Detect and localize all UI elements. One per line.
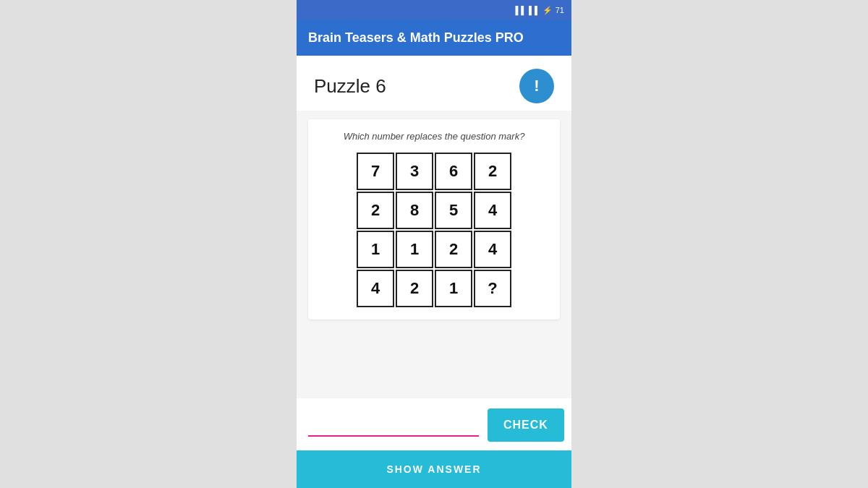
show-answer-button[interactable]: SHOW ANSWER — [297, 450, 571, 488]
grid-cell-1-1: 8 — [396, 192, 433, 229]
battery-indicator: 71 — [556, 6, 564, 14]
grid-cell-0-2: 6 — [435, 153, 472, 190]
grid-row-3: 1 1 2 4 — [356, 230, 512, 269]
grid-cell-2-2: 2 — [435, 231, 472, 268]
grid-row-2: 2 8 5 4 — [356, 191, 512, 230]
input-area: CHECK — [297, 398, 571, 450]
grid-cell-2-1: 1 — [396, 231, 433, 268]
signal-indicator: ▌▌ ▌▌ ⚡ — [515, 6, 552, 15]
grid-cell-3-1: 2 — [396, 270, 433, 307]
answer-input[interactable] — [308, 414, 479, 437]
status-bar: ▌▌ ▌▌ ⚡ 71 — [297, 0, 571, 20]
grid-cell-3-2: 1 — [435, 270, 472, 307]
grid-cell-0-1: 3 — [396, 153, 433, 190]
puzzle-question: Which number replaces the question mark? — [315, 131, 553, 142]
grid-row-4: 4 2 1 ? — [356, 269, 512, 308]
grid-cell-1-2: 5 — [435, 192, 472, 229]
content-area: Puzzle 6 ! Which number replaces the que… — [297, 56, 571, 488]
grid-cell-1-3: 4 — [474, 192, 511, 229]
grid-row-1: 7 3 6 2 — [356, 152, 512, 191]
info-button[interactable]: ! — [519, 69, 554, 103]
puzzle-grid: 7 3 6 2 2 8 5 4 1 1 2 4 4 — [315, 152, 553, 308]
grid-cell-3-0: 4 — [357, 270, 394, 307]
grid-cell-2-3: 4 — [474, 231, 511, 268]
app-header: Brain Teasers & Math Puzzles PRO — [297, 20, 571, 56]
grid-cell-0-0: 7 — [357, 153, 394, 190]
app-title: Brain Teasers & Math Puzzles PRO — [308, 30, 524, 45]
grid-cell-2-0: 1 — [357, 231, 394, 268]
phone-container: ▌▌ ▌▌ ⚡ 71 Brain Teasers & Math Puzzles … — [297, 0, 571, 488]
puzzle-title: Puzzle 6 — [314, 75, 386, 98]
grid-cell-0-3: 2 — [474, 153, 511, 190]
check-button[interactable]: CHECK — [488, 408, 564, 442]
puzzle-card: Which number replaces the question mark?… — [308, 119, 560, 320]
grid-cell-3-3: ? — [474, 270, 511, 307]
info-icon: ! — [534, 77, 539, 95]
puzzle-header: Puzzle 6 ! — [297, 56, 571, 111]
grid-cell-1-0: 2 — [357, 192, 394, 229]
